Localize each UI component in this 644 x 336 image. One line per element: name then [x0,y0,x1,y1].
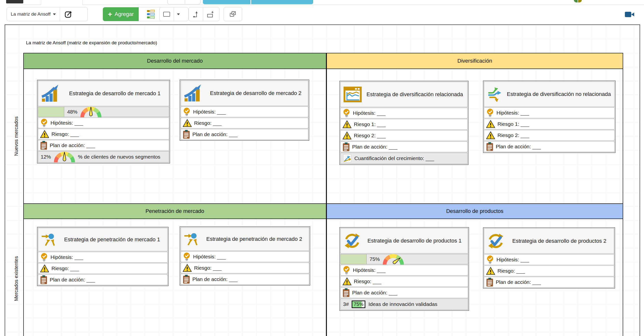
field-label: Hipótesis: ___ [496,257,529,263]
field-label: Plan de acción: ___ [496,144,541,150]
quadrant-header-market-development[interactable]: Desarrollo del mercado [23,53,326,69]
add-frame-button[interactable] [203,7,217,21]
diagram-select-dropdown[interactable]: La matriz de Ansoff [7,7,60,21]
quadrant-header-product-development[interactable]: Desarrollo de productos [326,203,623,219]
strategy-card[interactable]: Estrategia de desarrollo de productos 2 … [483,227,615,289]
warning-icon [342,120,352,129]
chevron-down-icon [177,13,180,15]
strategy-card[interactable]: Estrategia de penetración de mercado 2 H… [180,226,310,286]
field-row[interactable]: Hipótesis: ___ [180,251,309,262]
add-button[interactable]: + Agregar [103,7,139,21]
plus-icon: + [108,10,112,18]
progress-value: 48% [67,109,78,115]
field-label: Plan de acción: ___ [352,144,397,150]
field-row[interactable]: Riesgo: ___ [180,118,308,129]
field-row[interactable]: Riesgo: ___ [38,263,168,274]
clipboard-icon [183,130,190,139]
diagram-canvas[interactable]: La matriz de Ansoff (matriz de expansión… [5,24,640,336]
edit-diagram-button[interactable] [60,7,77,21]
field-row[interactable]: Riesgo 1: ___ [484,119,614,130]
field-row[interactable]: Riesgo 2: ___ [484,130,614,141]
lightbulb-icon [40,253,48,262]
field-label: Riesgo: ___ [52,266,79,271]
field-row[interactable]: Plan de acción: ___ [38,274,168,285]
strategy-card[interactable]: Estrategia de desarrollo de mercado 2 Hi… [180,80,309,141]
card-title: Estrategia de desarrollo de productos 1 [364,238,465,244]
field-row[interactable]: Hipótesis: ___ [484,254,614,265]
quadrant-header-label: Penetración de mercado [146,208,204,214]
clipboard-icon [40,275,47,284]
metric-count: 3# [343,301,349,307]
growth-chart-icon [184,84,203,102]
warning-icon [342,131,352,140]
field-row[interactable]: Hipótesis: ___ [38,252,168,263]
strategy-card[interactable]: Estrategia de desarrollo de mercado 1 48… [37,80,170,164]
field-row[interactable]: Plan de acción: ___ [340,142,468,152]
strategy-card[interactable]: Estrategia de desarrollo de productos 1 … [340,227,469,311]
progress-fill [340,254,366,264]
add-button-label: Agregar [115,11,134,17]
lightbulb-icon [183,252,191,261]
card-title: Estrategia de diversificación relacionad… [365,91,464,98]
card-title: Estrategia de desarrollo de mercado 1 [64,90,166,97]
browser-button-group[interactable] [167,0,200,4]
metric-row[interactable]: Cuantificación del crecimiento: ___ [340,153,468,164]
warning-icon [40,130,49,138]
add-frame-icon [206,10,214,18]
row-label-existing-markets: Mercados existentes [11,218,22,336]
field-label: Hipótesis: ___ [353,110,386,116]
dark-tab-fragment [6,0,23,3]
field-label: Hipótesis: ___ [50,120,83,126]
metric-row[interactable]: 3# 75% Ideas de innovación validadas [340,299,468,310]
field-row[interactable]: Hipótesis: ___ [484,107,614,118]
card-title: Estrategia de penetración de mercado 1 [60,236,164,243]
field-row[interactable]: Plan de acción: ___ [340,287,468,298]
field-label: Riesgo 1: ___ [498,121,529,127]
rectangle-tool-button[interactable] [160,7,174,21]
field-label: Hipótesis: ___ [193,109,226,115]
quadrant-header-diversification[interactable]: Diversificación [326,53,623,69]
progress-row[interactable]: 75% [340,254,468,264]
field-row[interactable]: Plan de acción: ___ [180,129,308,140]
field-row[interactable]: Hipótesis: ___ [180,106,308,117]
strategy-card[interactable]: Estrategia de diversificación relacionad… [340,81,468,165]
field-label: Riesgo 2: ___ [498,132,529,138]
active-extension-tab[interactable] [203,0,313,4]
clipboard-icon [342,142,350,152]
clipboard-icon [486,142,493,151]
diverging-arrows-icon [487,86,503,102]
clipboard-icon [342,288,350,297]
field-row[interactable]: Riesgo: ___ [38,129,169,140]
field-label: Plan de acción: ___ [496,279,541,285]
record-video-button[interactable] [625,11,635,19]
field-row[interactable]: Hipótesis: ___ [340,265,468,276]
field-row[interactable]: Plan de acción: ___ [180,274,309,285]
warning-icon [183,119,192,127]
metric-row[interactable]: 12% % de clientes de nuevos segmentos [38,151,169,163]
strategy-card[interactable]: Estrategia de penetración de mercado 1 H… [37,227,168,286]
strategy-card[interactable]: Estrategia de diversificación no relacio… [483,81,616,153]
field-row[interactable]: Riesgo: ___ [484,266,614,276]
field-row[interactable]: Riesgo 1: ___ [340,119,468,130]
field-label: Riesgo: ___ [498,268,525,274]
shape-dropdown-button[interactable] [174,7,183,21]
field-row[interactable]: Riesgo: ___ [340,276,468,287]
field-row[interactable]: Hipótesis: ___ [340,108,468,118]
warning-icon [486,267,495,275]
field-row[interactable]: Riesgo: ___ [180,263,309,273]
field-row[interactable]: Plan de acción: ___ [484,277,614,288]
field-row[interactable]: Riesgo 2: ___ [340,130,468,141]
quadrant-header-market-penetration[interactable]: Penetración de mercado [23,203,326,219]
duplicate-button[interactable] [226,7,240,21]
connector-tool-button[interactable] [189,7,203,21]
field-row[interactable]: Plan de acción: ___ [38,140,169,151]
field-row[interactable]: Hipótesis: ___ [38,118,169,128]
diagram-toolbar: La matriz de Ansoff + Agregar [0,5,644,24]
quadrant-header-label: Desarrollo del mercado [147,58,203,64]
field-row[interactable]: Plan de acción: ___ [484,141,614,152]
gauge-icon [54,152,75,162]
progress-row[interactable]: 48% [38,107,169,117]
tab-edge [41,0,41,5]
field-label: Hipótesis: ___ [353,267,386,273]
warning-icon [342,277,352,286]
